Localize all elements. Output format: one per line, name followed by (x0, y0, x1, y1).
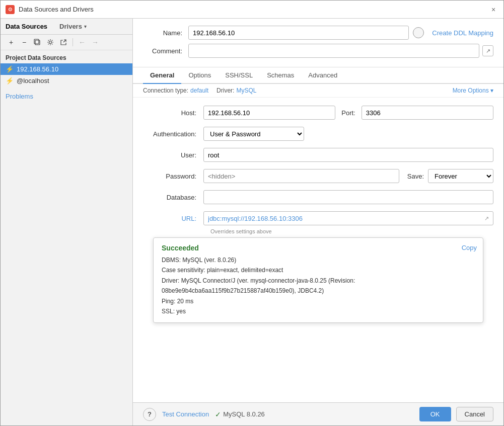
svg-rect-1 (34, 39, 39, 44)
dialog-title: Data Sources and Drivers (19, 6, 488, 13)
success-line-2: Case sensitivity: plain=exact, delimited… (162, 265, 475, 275)
name-input-wrap (188, 26, 424, 40)
tab-advanced[interactable]: Advanced (301, 67, 344, 84)
tab-sshssl[interactable]: SSH/SSL (218, 67, 260, 84)
export-icon (60, 39, 67, 46)
password-input[interactable] (203, 169, 399, 183)
add-button[interactable]: + (6, 37, 17, 48)
tab-general[interactable]: General (143, 67, 181, 84)
auth-select[interactable]: User & Password (203, 127, 304, 141)
password-label: Password: (143, 173, 203, 180)
host-input[interactable] (203, 106, 335, 120)
success-line-5: Ping: 20 ms (162, 296, 475, 306)
color-circle[interactable] (413, 27, 424, 38)
tab-schemas[interactable]: Schemas (260, 67, 301, 84)
gear-icon (47, 39, 54, 46)
main-layout: Data Sources Drivers ▾ + − ← (1, 19, 503, 425)
database-input[interactable] (203, 190, 493, 204)
svg-point-2 (49, 41, 52, 44)
conn-info-left: Connection type: default Driver: MySQL (143, 87, 256, 94)
sidebar-item-ip[interactable]: ⚡ 192.168.56.10 (1, 63, 132, 75)
test-connection-button[interactable]: Test Connection (162, 410, 209, 418)
title-bar: ⊙ Data Sources and Drivers × (1, 1, 503, 19)
config-icon[interactable] (45, 37, 56, 48)
conn-type-label: Connection type: (143, 87, 188, 94)
database-row: Database: (143, 190, 493, 204)
check-icon: ✓ (215, 410, 221, 418)
tab-drivers[interactable]: Drivers (59, 23, 82, 30)
url-row: URL: ↗ (143, 211, 493, 225)
sidebar-problems: Problems (1, 87, 132, 106)
save-label: Save: (407, 173, 424, 180)
toolbar-separator (73, 38, 73, 46)
app-icon: ⊙ (6, 5, 15, 14)
back-button[interactable]: ← (77, 37, 88, 48)
success-popup: Succeeded Copy DBMS: MySQL (ver. 8.0.26)… (153, 237, 483, 323)
dialog-datasources: ⊙ Data Sources and Drivers × Data Source… (0, 0, 504, 426)
url-expand-icon[interactable]: ↗ (482, 214, 490, 222)
conn-type-value[interactable]: default (190, 87, 208, 94)
success-line-1: DBMS: MySQL (ver. 8.0.26) (162, 255, 475, 265)
url-input[interactable] (203, 211, 493, 225)
app-icon-text: ⊙ (8, 7, 12, 12)
success-title: Succeeded (162, 244, 475, 252)
sidebar-item-localhost[interactable]: ⚡ @localhost (1, 75, 132, 87)
close-button[interactable]: × (488, 5, 498, 15)
db-icon: ⚡ (6, 65, 14, 73)
success-line-3: Driver: MySQL Connector/J (ver. mysql-co… (162, 276, 475, 286)
top-form: Name: Create DDL Mapping Comment: ↗ (133, 19, 503, 67)
conn-driver-label: Driver: (217, 87, 234, 94)
forward-button[interactable]: → (90, 37, 101, 48)
sidebar: Data Sources Drivers ▾ + − ← (1, 19, 133, 425)
name-row: Name: Create DDL Mapping (143, 26, 493, 40)
fields-area: Host: Port: Authentication: User & Passw… (133, 98, 503, 402)
tabs-bar: General Options SSH/SSL Schemas Advanced (133, 67, 503, 84)
sidebar-toolbar: + − ← → (1, 35, 132, 50)
name-input[interactable] (188, 26, 409, 40)
host-row: Host: Port: (143, 106, 493, 120)
ok-button[interactable]: OK (419, 407, 451, 421)
port-input[interactable] (362, 106, 493, 120)
help-button[interactable]: ? (143, 408, 156, 421)
password-row: Password: Save: Forever (143, 169, 493, 183)
svg-rect-0 (35, 40, 40, 45)
remove-button[interactable]: − (19, 37, 30, 48)
problems-link[interactable]: Problems (6, 93, 33, 100)
success-body: DBMS: MySQL (ver. 8.0.26) Case sensitivi… (162, 255, 475, 316)
host-label: Host: (143, 109, 203, 117)
db-icon-localhost: ⚡ (6, 77, 14, 84)
success-line-4: 08be9e9b4cba6aa115f9b27b215887af40b159e0… (162, 286, 475, 296)
expand-icon[interactable]: ↗ (482, 45, 493, 56)
connection-info-bar: Connection type: default Driver: MySQL M… (133, 84, 503, 98)
drivers-chevron-icon: ▾ (84, 24, 87, 29)
more-options-link[interactable]: More Options ▾ (453, 87, 493, 94)
bottom-bar: ? Test Connection ✓ MySQL 8.0.26 OK Canc… (133, 402, 503, 425)
content-panel: Name: Create DDL Mapping Comment: ↗ Gene… (133, 19, 503, 425)
sidebar-item-label-localhost: @localhost (17, 77, 49, 84)
project-data-sources-title: Project Data Sources (1, 50, 132, 63)
tab-options[interactable]: Options (181, 67, 218, 84)
sidebar-item-label-ip: 192.168.56.10 (17, 65, 58, 73)
comment-label: Comment: (143, 47, 188, 55)
cancel-button[interactable]: Cancel (456, 407, 493, 421)
auth-label: Authentication: (143, 130, 203, 138)
tab-data-sources[interactable]: Data Sources (6, 22, 47, 31)
name-label: Name: (143, 29, 188, 37)
bottom-right-buttons: OK Cancel (419, 407, 493, 421)
port-label: Port: (341, 109, 355, 117)
comment-input[interactable] (188, 44, 479, 58)
save-select[interactable]: Forever (428, 169, 493, 183)
export-button[interactable] (58, 37, 69, 48)
url-input-wrap: ↗ (203, 211, 493, 225)
host-port-group: Port: (203, 106, 493, 120)
url-label: URL: (143, 215, 203, 222)
database-label: Database: (143, 194, 203, 201)
create-ddl-link[interactable]: Create DDL Mapping (432, 29, 493, 37)
mysql-version-text: MySQL 8.0.26 (223, 410, 265, 418)
mysql-version-status: ✓ MySQL 8.0.26 (215, 410, 265, 418)
copy-button[interactable] (32, 37, 43, 48)
override-note: Overrides settings above (203, 228, 493, 234)
user-input[interactable] (203, 148, 493, 162)
conn-driver-value[interactable]: MySQL (236, 87, 256, 94)
copy-button-popup[interactable]: Copy (462, 244, 477, 251)
